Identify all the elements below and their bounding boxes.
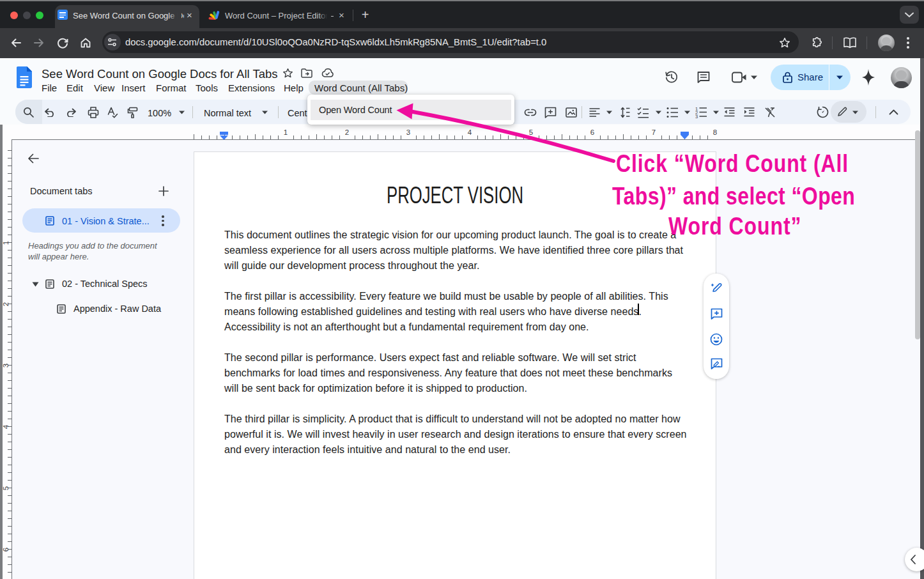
svg-text:3: 3 <box>695 114 698 118</box>
